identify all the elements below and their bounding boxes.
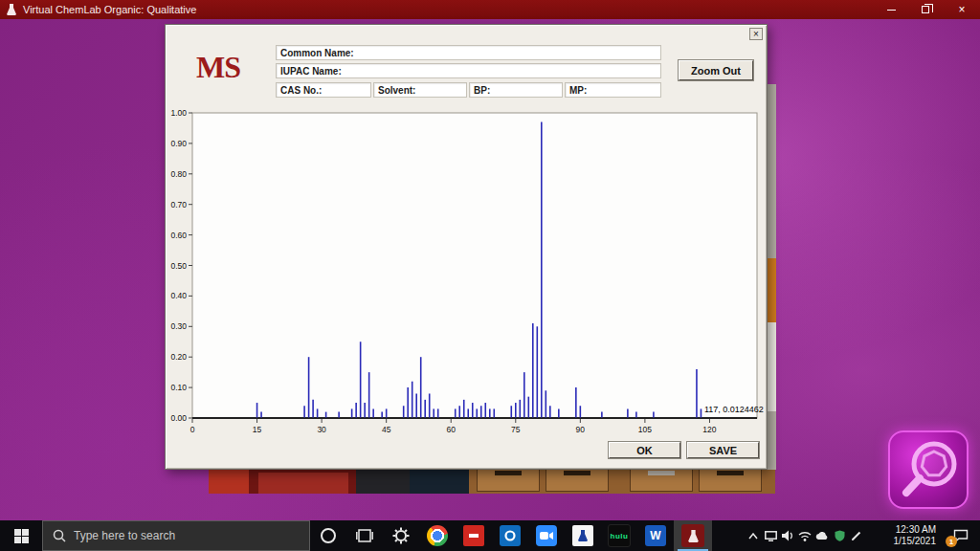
hulu-label: hulu xyxy=(611,532,629,540)
zoom-out-button[interactable]: Zoom Out xyxy=(679,60,753,80)
taskbar-clock[interactable]: 12:30 AM 1/15/2021 xyxy=(873,524,936,547)
word-letter: W xyxy=(650,529,660,542)
iupac-name-field[interactable]: IUPAC Name: xyxy=(276,63,661,78)
window-title: Virtual ChemLab Organic: Qualitative xyxy=(23,4,877,15)
common-name-field[interactable]: Common Name: xyxy=(276,45,661,60)
drawer-handle xyxy=(648,471,675,475)
dialog-close-button[interactable]: × xyxy=(749,28,763,40)
svg-text:0.80: 0.80 xyxy=(170,169,187,179)
solvent-field[interactable]: Solvent: xyxy=(373,82,467,98)
bp-field[interactable]: BP: xyxy=(469,82,563,98)
display-tray-button[interactable] xyxy=(762,520,779,551)
svg-text:117, 0.0124462: 117, 0.0124462 xyxy=(704,405,764,414)
cortana-icon xyxy=(320,527,337,544)
minimize-icon xyxy=(887,10,896,11)
settings-button[interactable] xyxy=(383,520,419,551)
notification-badge: 1 xyxy=(946,536,957,547)
outlook-icon xyxy=(500,525,521,546)
svg-text:0.20: 0.20 xyxy=(170,352,187,362)
maroon-flask-icon xyxy=(681,524,704,547)
magnifier-tool-button[interactable] xyxy=(888,430,969,509)
action-center-button[interactable]: 1 xyxy=(942,520,980,551)
ms-dialog: 1.000.900.800.700.600.500.400.300.200.10… xyxy=(165,24,768,470)
cortana-button[interactable] xyxy=(310,520,346,551)
red-app-button[interactable] xyxy=(456,520,492,551)
cloud-icon xyxy=(815,532,829,540)
svg-text:75: 75 xyxy=(511,425,521,434)
minimize-button[interactable] xyxy=(877,0,905,19)
red-app-icon xyxy=(463,525,484,546)
drawer-handle xyxy=(495,471,522,475)
screen: Virtual ChemLab Organic: Qualitative × 1… xyxy=(0,0,980,551)
mp-field[interactable]: MP: xyxy=(565,82,661,98)
app-titlebar: Virtual ChemLab Organic: Qualitative × xyxy=(0,0,980,19)
chrome-icon xyxy=(427,525,448,546)
magnifier-icon xyxy=(890,432,970,511)
flask-icon xyxy=(6,3,17,16)
blue-flask-icon xyxy=(572,525,593,546)
save-button[interactable]: SAVE xyxy=(687,442,759,458)
speaker-icon xyxy=(782,530,794,541)
gear-icon xyxy=(392,527,410,544)
svg-text:0.00: 0.00 xyxy=(170,413,187,423)
zoom-app-button[interactable] xyxy=(528,520,565,551)
ms-logo: MS xyxy=(196,50,240,85)
clock-date: 1/15/2021 xyxy=(873,536,936,547)
pen-tray-button[interactable] xyxy=(848,520,865,551)
machine-panel xyxy=(258,473,348,494)
svg-text:0.30: 0.30 xyxy=(170,321,187,331)
orange-object xyxy=(768,258,776,322)
svg-text:90: 90 xyxy=(576,425,586,434)
svg-text:105: 105 xyxy=(638,425,652,434)
task-view-button[interactable] xyxy=(346,520,383,551)
drawer-handle xyxy=(717,471,744,475)
svg-text:0.40: 0.40 xyxy=(170,291,187,300)
chemlab-blue-button[interactable] xyxy=(565,520,601,551)
svg-text:15: 15 xyxy=(253,425,262,434)
word-icon: W xyxy=(645,525,666,546)
pen-icon xyxy=(851,530,862,541)
search-placeholder: Type here to search xyxy=(74,529,175,542)
mass-spectrum-chart: 1.000.900.800.700.600.500.400.300.200.10… xyxy=(166,25,768,465)
lab-wall-strip xyxy=(768,84,776,470)
shield-icon xyxy=(835,530,845,541)
close-button[interactable]: × xyxy=(947,0,976,19)
security-tray-button[interactable] xyxy=(831,520,848,551)
taskbar: Type here to search xyxy=(0,520,980,551)
windows-logo-icon xyxy=(14,529,29,543)
monitor-icon xyxy=(765,531,777,541)
show-hidden-icons-button[interactable] xyxy=(745,520,762,551)
word-button[interactable]: W xyxy=(637,520,674,551)
video-camera-icon xyxy=(536,525,557,546)
hulu-button[interactable]: hulu xyxy=(601,520,637,551)
chemlab-active-button[interactable] xyxy=(674,520,712,551)
svg-text:0.70: 0.70 xyxy=(170,200,187,209)
drawer-handle xyxy=(564,471,590,475)
restore-button[interactable] xyxy=(911,0,940,19)
start-button[interactable] xyxy=(0,520,42,551)
wifi-icon xyxy=(798,531,812,541)
svg-text:0.60: 0.60 xyxy=(170,231,187,240)
outlook-button[interactable] xyxy=(492,520,528,551)
svg-text:30: 30 xyxy=(317,425,326,434)
search-icon xyxy=(53,529,66,542)
cas-no-field[interactable]: CAS No.: xyxy=(276,82,371,98)
svg-text:0.90: 0.90 xyxy=(170,139,187,148)
system-tray: 12:30 AM 1/15/2021 1 xyxy=(745,520,980,551)
white-object xyxy=(768,322,776,411)
svg-text:45: 45 xyxy=(382,425,391,434)
chrome-button[interactable] xyxy=(419,520,456,551)
wall-segment xyxy=(768,411,776,470)
taskbar-search-input[interactable]: Type here to search xyxy=(42,520,310,551)
chevron-up-icon xyxy=(748,533,758,540)
hulu-icon: hulu xyxy=(608,524,631,547)
svg-text:1.00: 1.00 xyxy=(170,108,187,118)
svg-text:0: 0 xyxy=(190,425,195,434)
svg-text:60: 60 xyxy=(446,425,456,434)
network-tray-button[interactable] xyxy=(796,520,813,551)
volume-tray-button[interactable] xyxy=(779,520,796,551)
ok-button[interactable]: OK xyxy=(609,442,680,458)
restore-icon xyxy=(922,6,929,13)
clock-time: 12:30 AM xyxy=(873,524,936,536)
onedrive-tray-button[interactable] xyxy=(813,520,831,551)
